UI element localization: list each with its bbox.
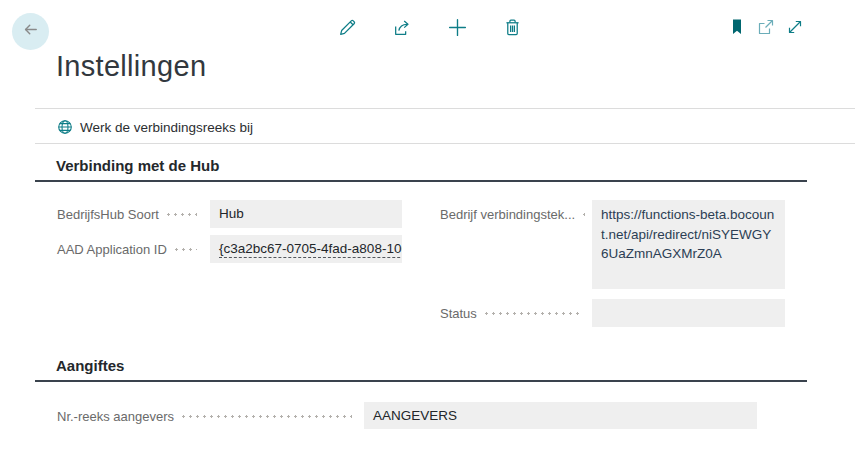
field-value-text: Hub	[219, 206, 244, 221]
new-plus-icon	[447, 17, 468, 42]
action-label: Werk de verbindingsreeks bij	[80, 120, 253, 135]
field-value-text: AANGEVERS	[373, 408, 457, 423]
field-value-aad-application-id[interactable]: {c3a2bc67-0705-4fad-a808-106...	[210, 235, 402, 263]
field-value-bedrijf-verbindingsteken[interactable]: https://functions-beta.bocount.net/api/r…	[592, 200, 785, 289]
expand-button[interactable]	[784, 18, 806, 40]
settings-page: Instellingen Werk de verbindingsreeks bi…	[0, 0, 860, 466]
open-in-new-window-button[interactable]	[755, 18, 777, 40]
field-value-text: {c3a2bc67-0705-4fad-a808-106...	[219, 241, 402, 258]
field-label-text: Status	[440, 306, 477, 321]
field-label-aad-application-id: AAD Application ID	[57, 235, 203, 263]
delete-button[interactable]	[501, 18, 523, 40]
section-title-verbinding: Verbinding met de Hub	[56, 157, 219, 174]
back-arrow-icon	[21, 20, 40, 43]
section-rule	[35, 180, 807, 182]
share-icon	[392, 17, 413, 42]
field-label-nr-reeks-aangevers: Nr.-reeks aangevers	[57, 402, 358, 430]
globe-icon	[57, 119, 73, 135]
dotted-leader	[165, 213, 197, 216]
divider-above-actionbar	[35, 108, 855, 109]
field-label-text: Bedrijf verbindingstek...	[440, 207, 575, 222]
field-label-status: Status	[440, 299, 585, 327]
field-label-text: AAD Application ID	[57, 242, 167, 257]
field-value-text: https://functions-beta.bocount.net/api/r…	[601, 207, 774, 261]
bookmark-icon	[727, 17, 747, 41]
field-value-bedrijfshub-soort[interactable]: Hub	[210, 200, 402, 228]
open-in-new-window-icon	[756, 17, 776, 41]
back-button[interactable]	[12, 13, 49, 50]
new-button[interactable]	[446, 18, 468, 40]
page-title: Instellingen	[56, 50, 206, 83]
field-value-status[interactable]	[592, 299, 785, 327]
dotted-leader	[180, 415, 352, 418]
bookmark-button[interactable]	[726, 18, 748, 40]
dotted-leader	[173, 248, 197, 251]
delete-trash-icon	[502, 17, 523, 42]
field-value-nr-reeks-aangevers[interactable]: AANGEVERS	[364, 402, 757, 429]
field-label-text: Nr.-reeks aangevers	[57, 409, 174, 424]
share-button[interactable]	[391, 18, 413, 40]
section-title-aangiftes: Aangiftes	[56, 357, 124, 374]
field-label-bedrijfshub-soort: BedrijfsHub Soort	[57, 200, 203, 228]
dotted-leader	[581, 213, 585, 216]
toolbar-actions	[336, 18, 523, 40]
divider-below-actionbar	[35, 143, 855, 144]
edit-button[interactable]	[336, 18, 358, 40]
section-rule	[35, 380, 807, 382]
expand-icon	[785, 17, 805, 41]
field-label-text: BedrijfsHub Soort	[57, 207, 159, 222]
dotted-leader	[483, 312, 579, 315]
edit-pencil-icon	[337, 17, 358, 42]
action-update-connection-string[interactable]: Werk de verbindingsreeks bij	[57, 116, 253, 138]
toolbar-window-controls	[726, 18, 806, 40]
field-label-bedrijf-verbindingsteken: Bedrijf verbindingstek...	[440, 200, 585, 228]
